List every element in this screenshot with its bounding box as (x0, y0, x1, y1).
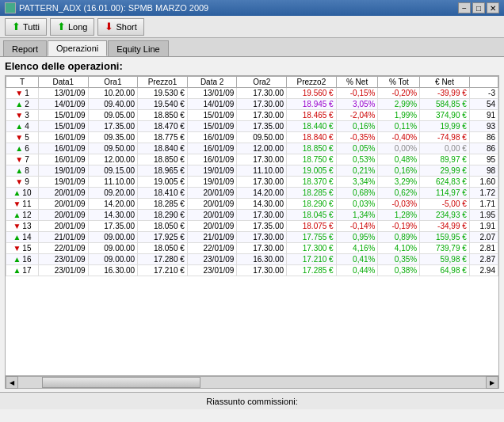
col-header-pcttot[interactable]: % Tot (378, 77, 420, 88)
scroll-thumb[interactable] (42, 377, 200, 388)
col-header-prezzo2[interactable]: Prezzo2 (287, 77, 337, 88)
cell-ora1: 11.10.00 (88, 177, 138, 188)
cell-prezzo1: 19.540 € (138, 99, 188, 110)
col-header-prezzo1[interactable]: Prezzo1 (138, 77, 188, 88)
cell-data2: 13/01/09 (187, 88, 237, 99)
cell-enet: -39,99 € (420, 88, 470, 99)
cell-prezzo2: 17.285 € (287, 265, 337, 276)
cell-prezzo1: 18.290 € (138, 210, 188, 221)
cell-last: 2.87 (469, 254, 498, 265)
cell-ora1: 09.00.00 (88, 254, 138, 265)
col-header-last[interactable] (469, 77, 498, 88)
table-row: ▼15 22/01/09 09.00.00 18.050 € 22/01/09 … (6, 243, 498, 254)
scroll-left-button[interactable]: ◀ (6, 376, 18, 389)
cell-data2: 16/01/09 (187, 154, 237, 165)
cell-data2: 15/01/09 (187, 110, 237, 121)
cell-ora1: 09.50.00 (88, 143, 138, 154)
col-header-enet[interactable]: € Net (420, 77, 470, 88)
long-label: Long (68, 22, 87, 32)
cell-prezzo2: 19.560 € (287, 88, 337, 99)
cell-enet: 159,95 € (420, 232, 470, 243)
cell-prezzo1: 18.965 € (138, 165, 188, 177)
cell-ora1: 16.30.00 (88, 265, 138, 276)
cell-last: 91 (469, 110, 498, 121)
cell-last: 2.07 (469, 232, 498, 243)
cell-ora2: 11.10.00 (237, 165, 287, 177)
cell-enet: 29,99 € (420, 165, 470, 177)
col-header-ora1[interactable]: Ora1 (88, 77, 138, 88)
tab-operazioni[interactable]: Operazioni (48, 40, 107, 56)
cell-pctnet: 0,03% (336, 199, 378, 210)
cell-pcttot: 1,99% (378, 110, 420, 121)
cell-pcttot: 0,38% (378, 265, 420, 276)
toolbar: ⬆ Tutti ⬆ Long ⬇ Short (0, 16, 504, 38)
col-header-data1[interactable]: Data1 (38, 77, 88, 88)
window-title: PATTERN_ADX (16.01.00): SPMB MARZO 2009 (19, 3, 208, 13)
cell-n: ▲16 (6, 254, 39, 265)
cell-prezzo1: 19.530 € (138, 88, 188, 99)
table-row: ▲10 20/01/09 09.20.00 18.410 € 20/01/09 … (6, 188, 498, 199)
cell-pcttot: 0,48% (378, 154, 420, 165)
long-button[interactable]: ⬆ Long (50, 18, 94, 36)
close-button[interactable]: ✕ (487, 2, 499, 13)
table-row: ▲4 15/01/09 17.35.00 18.470 € 15/01/09 1… (6, 121, 498, 132)
cell-prezzo2: 18.945 € (287, 99, 337, 110)
cell-pctnet: 0,95% (336, 232, 378, 243)
cell-pctnet: -0,14% (336, 221, 378, 232)
cell-prezzo1: 18.850 € (138, 110, 188, 121)
cell-data2: 23/01/09 (187, 265, 237, 276)
cell-data2: 23/01/09 (187, 254, 237, 265)
cell-prezzo2: 18.840 € (287, 132, 337, 143)
cell-ora2: 17.30.00 (237, 110, 287, 121)
cell-last: 1.60 (469, 177, 498, 188)
title-bar: PATTERN_ADX (16.01.00): SPMB MARZO 2009 … (0, 0, 504, 16)
cell-enet: -34,99 € (420, 221, 470, 232)
col-header-data2[interactable]: Data 2 (187, 77, 237, 88)
cell-last: 1.91 (469, 221, 498, 232)
cell-data1: 20/01/09 (38, 199, 88, 210)
cell-ora2: 17.35.00 (237, 221, 287, 232)
horizontal-scrollbar[interactable]: ◀ ▶ (5, 376, 499, 389)
cell-data1: 20/01/09 (38, 188, 88, 199)
cell-ora2: 12.00.00 (237, 143, 287, 154)
col-header-ora2[interactable]: Ora2 (237, 77, 287, 88)
cell-prezzo1: 18.050 € (138, 221, 188, 232)
table-container[interactable]: T Data1 Ora1 Prezzo1 Data 2 Ora2 Prezzo2… (5, 75, 499, 376)
col-header-pctnet[interactable]: % Net (336, 77, 378, 88)
cell-pcttot: 4,10% (378, 243, 420, 254)
cell-pcttot: 0,35% (378, 254, 420, 265)
cell-pcttot: 1,28% (378, 210, 420, 221)
status-label: Riassunto commissioni: (206, 397, 298, 406)
minimize-button[interactable]: − (458, 2, 471, 13)
cell-pcttot: 0,16% (378, 165, 420, 177)
cell-n: ▼1 (6, 88, 39, 99)
cell-pcttot: 0,00% (378, 143, 420, 154)
cell-enet: -74,98 € (420, 132, 470, 143)
cell-ora2: 17.30.00 (237, 177, 287, 188)
maximize-button[interactable]: □ (472, 2, 485, 13)
cell-prezzo2: 18.750 € (287, 154, 337, 165)
cell-data1: 16/01/09 (38, 143, 88, 154)
col-header-t[interactable]: T (6, 77, 39, 88)
table-row: ▼1 13/01/09 10.20.00 19.530 € 13/01/09 1… (6, 88, 498, 99)
cell-data1: 20/01/09 (38, 210, 88, 221)
cell-ora2: 17.30.00 (237, 232, 287, 243)
scroll-right-button[interactable]: ▶ (486, 376, 498, 389)
cell-prezzo1: 18.285 € (138, 199, 188, 210)
cell-n: ▲8 (6, 165, 39, 177)
table-row: ▲8 19/01/09 09.15.00 18.965 € 19/01/09 1… (6, 165, 498, 177)
cell-pctnet: 0,21% (336, 165, 378, 177)
cell-enet: 114,97 € (420, 188, 470, 199)
tab-report[interactable]: Report (3, 40, 47, 56)
cell-enet: 89,97 € (420, 154, 470, 165)
cell-pctnet: 0,68% (336, 188, 378, 199)
cell-last: 1.95 (469, 210, 498, 221)
cell-ora2: 14.30.00 (237, 199, 287, 210)
tab-equity-line[interactable]: Equity Line (108, 40, 168, 56)
cell-data1: 19/01/09 (38, 165, 88, 177)
cell-n: ▲14 (6, 232, 39, 243)
short-button[interactable]: ⬇ Short (97, 18, 143, 36)
tutti-button[interactable]: ⬆ Tutti (5, 18, 47, 36)
cell-data1: 15/01/09 (38, 121, 88, 132)
cell-pctnet: -0,15% (336, 88, 378, 99)
